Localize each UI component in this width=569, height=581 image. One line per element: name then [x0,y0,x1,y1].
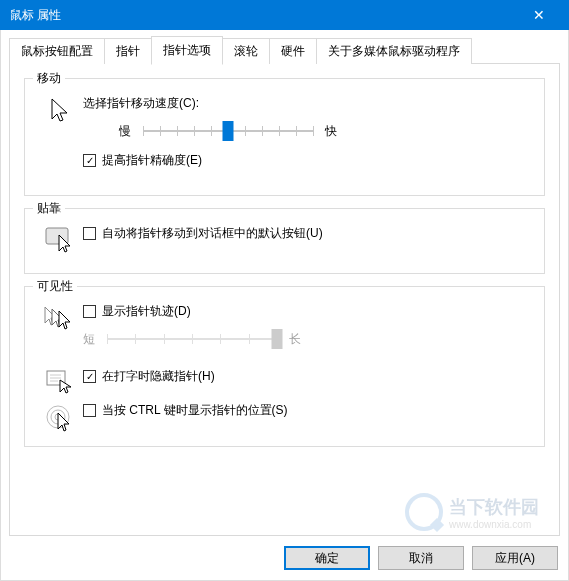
trails-long-label: 长 [289,331,301,348]
snap-to-default-label: 自动将指针移动到对话框中的默认按钮(U) [102,225,323,242]
pointer-trails-icon [43,305,77,331]
snap-to-default-checkbox[interactable]: 自动将指针移动到对话框中的默认按钮(U) [83,225,323,242]
ctrl-locate-checkbox[interactable]: 当按 CTRL 键时显示指针的位置(S) [83,402,288,419]
ctrl-locate-icon [45,404,75,434]
ctrl-locate-label: 当按 CTRL 键时显示指针的位置(S) [102,402,288,419]
hide-while-typing-label: 在打字时隐藏指针(H) [102,368,215,385]
trails-short-label: 短 [83,331,95,348]
window-title: 鼠标 属性 [10,7,519,24]
group-snap: 贴靠 自动将指针移动到对话框中的默认按钮(U) [24,208,545,274]
cancel-button[interactable]: 取消 [378,546,464,570]
ok-button[interactable]: 确定 [284,546,370,570]
group-visibility: 可见性 显示指针轨迹(D) [24,286,545,447]
tab-pointers[interactable]: 指针 [104,38,152,64]
hide-while-typing-checkbox[interactable]: ✓ 在打字时隐藏指针(H) [83,368,215,385]
pointer-trails-label: 显示指针轨迹(D) [102,303,191,320]
titlebar: 鼠标 属性 ✕ [0,0,569,30]
pointer-trails-slider [107,326,277,352]
tab-about-driver[interactable]: 关于多媒体鼠标驱动程序 [316,38,472,64]
group-motion: 移动 选择指针移动速度(C): 慢 [24,78,545,196]
group-snap-title: 贴靠 [33,200,65,217]
pointer-speed-label: 选择指针移动速度(C): [83,95,199,112]
cursor-arrow-icon [48,97,72,125]
dialog-body: 鼠标按钮配置 指针 指针选项 滚轮 硬件 关于多媒体鼠标驱动程序 移动 选择指针… [0,30,569,581]
speed-slow-label: 慢 [119,123,131,140]
pointer-trails-checkbox[interactable]: 显示指针轨迹(D) [83,303,191,320]
enhance-precision-label: 提高指针精确度(E) [102,152,202,169]
tab-hardware[interactable]: 硬件 [269,38,317,64]
hide-while-typing-icon [46,370,74,394]
tab-wheel[interactable]: 滚轮 [222,38,270,64]
group-visibility-title: 可见性 [33,278,77,295]
tab-pointer-options[interactable]: 指针选项 [151,36,223,65]
tab-content: 移动 选择指针移动速度(C): 慢 [9,64,560,536]
snap-to-button-icon [45,227,75,253]
apply-button[interactable]: 应用(A) [472,546,558,570]
speed-fast-label: 快 [325,123,337,140]
group-motion-title: 移动 [33,70,65,87]
enhance-precision-checkbox[interactable]: ✓ 提高指针精确度(E) [83,152,202,169]
close-icon[interactable]: ✕ [519,7,559,23]
pointer-speed-slider[interactable] [143,118,313,144]
dialog-button-row: 确定 取消 应用(A) [9,536,560,572]
tab-buttons[interactable]: 鼠标按钮配置 [9,38,105,64]
tab-strip: 鼠标按钮配置 指针 指针选项 滚轮 硬件 关于多媒体鼠标驱动程序 [9,36,560,64]
